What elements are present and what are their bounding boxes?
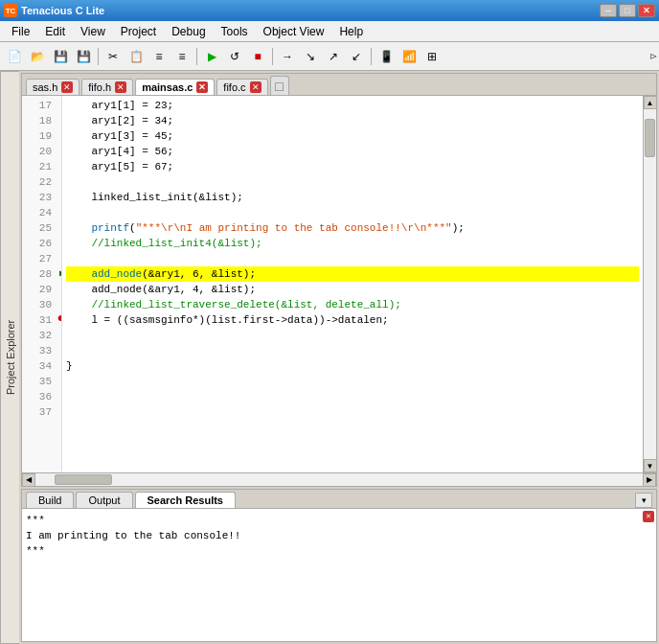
- code-line-20: ary1[4] = 56;: [66, 144, 639, 159]
- scroll-track-h[interactable]: [35, 473, 643, 486]
- toolbar-cut[interactable]: ✂: [102, 46, 124, 67]
- line-num-23: 23: [22, 190, 57, 205]
- toolbar-step-back[interactable]: ↙: [346, 46, 367, 67]
- bottom-panel-dropdown[interactable]: ▾: [635, 493, 652, 508]
- tab-output-label: Output: [88, 494, 120, 506]
- editor-scrollbar-h[interactable]: ◀ ▶: [22, 472, 656, 486]
- code-editor-container: 17 18 19 20 21 22 23 24 25 26 27 28▶ 29 …: [22, 96, 656, 472]
- scroll-down-button[interactable]: ▼: [644, 459, 657, 472]
- line-num-21: 21: [22, 159, 57, 174]
- toolbar-phone[interactable]: 📱: [375, 46, 397, 67]
- tab-label-mainsas-c: mainsas.c: [142, 81, 193, 93]
- toolbar-restart[interactable]: ↺: [224, 46, 245, 67]
- tab-build-label: Build: [38, 494, 61, 506]
- line-num-26: 26: [22, 236, 57, 251]
- menu-help[interactable]: Help: [331, 23, 371, 40]
- tab-close-mainsas-c[interactable]: ✕: [196, 81, 208, 93]
- line-num-24: 24: [22, 205, 57, 220]
- tab-sas-h[interactable]: sas.h ✕: [26, 79, 80, 95]
- toolbar-open[interactable]: 📂: [27, 46, 48, 67]
- tab-output[interactable]: Output: [76, 492, 132, 508]
- toolbar-grid[interactable]: ⊞: [421, 46, 443, 67]
- line-num-29: 29: [22, 282, 57, 297]
- tab-fifo-c[interactable]: fifo.c ✕: [216, 79, 267, 95]
- toolbar-pin: ⊳: [649, 51, 657, 61]
- menu-edit[interactable]: Edit: [37, 23, 73, 40]
- project-explorer-tab[interactable]: Project Explorer: [0, 71, 19, 644]
- menu-debug[interactable]: Debug: [164, 23, 213, 40]
- tab-search-results-label: Search Results: [148, 494, 223, 506]
- bottom-content[interactable]: ✕ *** I am printing to the tab console!!…: [22, 509, 656, 641]
- app-icon: TC: [4, 4, 17, 17]
- menu-bar: File Edit View Project Debug Tools Objec…: [0, 21, 659, 42]
- code-line-35: [66, 374, 639, 389]
- tab-fifo-h[interactable]: fifo.h ✕: [81, 79, 133, 95]
- menu-objectview[interactable]: Object View: [256, 23, 332, 40]
- toolbar-sep-1: [98, 48, 99, 65]
- line-num-35: 35: [22, 374, 57, 389]
- tab-search-results[interactable]: Search Results: [135, 492, 236, 508]
- toolbar-save[interactable]: 💾: [50, 46, 71, 67]
- bottom-tab-bar: Build Output Search Results ▾: [22, 490, 656, 509]
- toolbar-signal[interactable]: 📶: [398, 46, 420, 67]
- code-line-24: [66, 205, 639, 220]
- menu-tools[interactable]: Tools: [214, 23, 256, 40]
- line-num-17: 17: [22, 98, 57, 113]
- editor-scrollbar-v[interactable]: ▲ ▼: [643, 96, 656, 472]
- tab-label-fifo-c: fifo.c: [223, 81, 245, 93]
- toolbar-step-into[interactable]: ↘: [300, 46, 321, 67]
- line-num-32: 32: [22, 328, 57, 343]
- line-numbers: 17 18 19 20 21 22 23 24 25 26 27 28▶ 29 …: [22, 96, 62, 472]
- window-title: Tenacious C Lite: [21, 5, 596, 16]
- code-line-29: add_node(&ary1, 4, &list);: [66, 282, 639, 297]
- scroll-track-v[interactable]: [644, 109, 656, 459]
- line-num-36: 36: [22, 389, 57, 404]
- line-num-19: 19: [22, 128, 57, 144]
- code-line-31: l = ((sasmsginfo*)(list.first->data))->d…: [66, 312, 639, 328]
- console-output: *** I am printing to the tab console!! *…: [26, 513, 652, 559]
- scroll-thumb-h[interactable]: [55, 474, 112, 485]
- menu-project[interactable]: Project: [113, 23, 164, 40]
- code-content[interactable]: ary1[1] = 23; ary1[2] = 34; ary1[3] = 45…: [62, 96, 643, 472]
- tab-mainsas-c[interactable]: mainsas.c ✕: [135, 79, 215, 95]
- code-line-18: ary1[2] = 34;: [66, 113, 639, 128]
- tab-close-fifo-h[interactable]: ✕: [115, 81, 126, 93]
- toolbar-step-out[interactable]: ↗: [323, 46, 344, 67]
- code-line-30: //linked_list_traverse_delete(&list, del…: [66, 297, 639, 312]
- toolbar-copy[interactable]: 📋: [125, 46, 147, 67]
- bottom-close-button[interactable]: ✕: [643, 511, 654, 522]
- tab-build[interactable]: Build: [26, 492, 74, 508]
- line-num-37: 37: [22, 404, 57, 420]
- line-num-34: 34: [22, 358, 57, 374]
- code-line-23: linked_list_init(&list);: [66, 190, 639, 205]
- toolbar-stop[interactable]: ■: [247, 46, 268, 67]
- menu-file[interactable]: File: [4, 23, 37, 40]
- tab-new-button[interactable]: □: [270, 76, 289, 95]
- toolbar: 📄 📂 💾 💾 ✂ 📋 ≡ ≡ ▶ ↺ ■ → ↘ ↗ ↙ 📱 📶 ⊞ ⊳: [0, 42, 659, 71]
- line-num-22: 22: [22, 174, 57, 190]
- toolbar-saveall[interactable]: 💾: [73, 46, 94, 67]
- toolbar-indent1[interactable]: ≡: [148, 46, 170, 67]
- menu-view[interactable]: View: [73, 23, 113, 40]
- title-bar: TC Tenacious C Lite ─ □ ✕: [0, 0, 659, 21]
- code-line-37: [66, 404, 639, 420]
- scroll-right-button[interactable]: ▶: [643, 473, 656, 487]
- tab-label-sas-h: sas.h: [33, 81, 57, 93]
- code-line-25: printf("***\r\nI am printing to the tab …: [66, 220, 639, 236]
- scroll-thumb-v[interactable]: [645, 119, 655, 157]
- close-button[interactable]: ✕: [638, 4, 655, 17]
- toolbar-step-over[interactable]: →: [277, 46, 298, 67]
- scroll-left-button[interactable]: ◀: [22, 473, 35, 487]
- minimize-button[interactable]: ─: [600, 4, 617, 17]
- code-editor[interactable]: 17 18 19 20 21 22 23 24 25 26 27 28▶ 29 …: [22, 96, 643, 472]
- toolbar-run[interactable]: ▶: [201, 46, 222, 67]
- toolbar-sep-2: [196, 48, 197, 65]
- maximize-button[interactable]: □: [619, 4, 636, 17]
- tab-close-sas-h[interactable]: ✕: [61, 81, 73, 93]
- toolbar-new[interactable]: 📄: [4, 46, 25, 67]
- line-num-27: 27: [22, 251, 57, 266]
- toolbar-sep-3: [272, 48, 273, 65]
- toolbar-indent2[interactable]: ≡: [171, 46, 193, 67]
- scroll-up-button[interactable]: ▲: [644, 96, 657, 109]
- tab-close-fifo-c[interactable]: ✕: [250, 81, 261, 93]
